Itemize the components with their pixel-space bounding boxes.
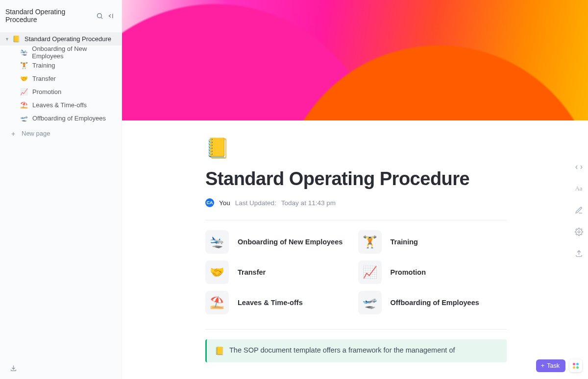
sidebar-item-transfer[interactable]: 🤝 Transfer (0, 72, 122, 85)
plus-icon: + (541, 362, 544, 369)
apps-icon (573, 363, 579, 369)
card-promotion[interactable]: 📈 Promotion (358, 261, 507, 284)
card-icon: 📈 (358, 261, 382, 284)
divider (205, 329, 507, 330)
import-icon[interactable] (8, 362, 19, 373)
callout-block[interactable]: 📒 The SOP document template offers a fra… (205, 339, 507, 362)
sidebar-item-label: Promotion (32, 88, 61, 95)
svg-line-1 (101, 17, 102, 19)
page-icon: 📈 (20, 88, 28, 95)
page-emoji[interactable]: 📒 (205, 138, 507, 158)
workspace-title: Standard Operating Procedure (5, 8, 94, 24)
card-leaves[interactable]: ⛱️ Leaves & Time-offs (205, 291, 354, 314)
sidebar-item-label: Training (32, 62, 55, 69)
page-icon: 🛫 (20, 115, 28, 122)
updated-value: Today at 11:43 pm (281, 199, 336, 207)
cover-image[interactable] (122, 0, 588, 120)
card-label: Offboarding of Employees (391, 299, 479, 307)
new-task-button[interactable]: + Task (536, 359, 565, 372)
sidebar-item-offboarding[interactable]: 🛫 Offboarding of Employees (0, 112, 122, 125)
sidebar-item-label: Offboarding of Employees (32, 115, 106, 122)
card-icon: 🏋️ (358, 230, 382, 254)
page-icon: 🏋️ (20, 62, 28, 69)
sidebar-item-label: Standard Operating Procedure (24, 35, 111, 43)
card-label: Onboarding of New Employees (238, 238, 343, 246)
page-meta: CA You Last Updated: Today at 11:43 pm (205, 198, 507, 207)
card-transfer[interactable]: 🤝 Transfer (205, 261, 354, 284)
sidebar-item-promotion[interactable]: 📈 Promotion (0, 85, 122, 98)
collapse-sidebar-icon[interactable] (105, 10, 116, 21)
sidebar: Standard Operating Procedure ▼ 📒 Standar… (0, 0, 122, 379)
sidebar-item-leaves[interactable]: ⛱️ Leaves & Time-offs (0, 98, 122, 112)
page-title[interactable]: Standard Operating Procedure (205, 168, 507, 190)
card-icon: ⛱️ (205, 291, 229, 314)
page-icon: 🤝 (20, 75, 28, 82)
card-offboarding[interactable]: 🛫 Offboarding of Employees (358, 291, 507, 314)
divider (205, 220, 507, 220)
expand-icon[interactable] (573, 162, 584, 172)
document: 📒 Standard Operating Procedure CA You La… (122, 120, 588, 362)
settings-icon[interactable] (573, 226, 584, 237)
callout-text: The SOP document template offers a frame… (229, 346, 455, 355)
chevron-down-icon[interactable]: ▼ (5, 37, 10, 42)
sidebar-item-label: Onboarding of New Employees (32, 45, 117, 60)
page-icon: 📒 (12, 35, 21, 43)
search-icon[interactable] (94, 10, 105, 21)
sidebar-item-label: Leaves & Time-offs (32, 101, 87, 109)
page-icon: ⛱️ (20, 101, 28, 109)
main-content: 📒 Standard Operating Procedure CA You La… (122, 0, 588, 379)
card-icon: 🤝 (205, 261, 229, 284)
card-icon: 🛬 (205, 230, 229, 254)
right-toolbar: Aa (573, 162, 584, 259)
svg-point-0 (97, 13, 101, 18)
sidebar-item-root[interactable]: ▼ 📒 Standard Operating Procedure (0, 32, 122, 46)
new-page-label: New page (22, 130, 50, 137)
sidebar-item-onboarding[interactable]: 🛬 Onboarding of New Employees (0, 46, 122, 59)
card-label: Promotion (391, 268, 426, 276)
edit-icon[interactable] (573, 205, 584, 215)
sidebar-item-training[interactable]: 🏋️ Training (0, 59, 122, 72)
card-icon: 🛫 (358, 291, 382, 314)
plus-icon: + (10, 130, 17, 137)
sidebar-item-label: Transfer (32, 75, 56, 82)
sidebar-header: Standard Operating Procedure (0, 0, 122, 29)
apps-button[interactable] (569, 359, 582, 372)
author-name: You (219, 199, 230, 207)
callout-icon: 📒 (215, 346, 224, 355)
share-icon[interactable] (573, 248, 584, 259)
updated-label: Last Updated: (235, 199, 276, 207)
card-label: Leaves & Time-offs (238, 299, 303, 307)
new-page-button[interactable]: + New page (0, 126, 122, 141)
page-links-grid: 🛬 Onboarding of New Employees 🏋️ Trainin… (205, 230, 507, 314)
page-tree: ▼ 📒 Standard Operating Procedure 🛬 Onboa… (0, 29, 122, 144)
typography-icon[interactable]: Aa (573, 183, 584, 194)
card-label: Transfer (238, 268, 266, 276)
svg-point-4 (578, 231, 580, 233)
task-button-label: Task (547, 362, 560, 369)
page-icon: 🛬 (20, 48, 28, 56)
avatar[interactable]: CA (205, 198, 214, 207)
card-training[interactable]: 🏋️ Training (358, 230, 507, 254)
card-onboarding[interactable]: 🛬 Onboarding of New Employees (205, 230, 354, 254)
card-label: Training (391, 238, 418, 246)
